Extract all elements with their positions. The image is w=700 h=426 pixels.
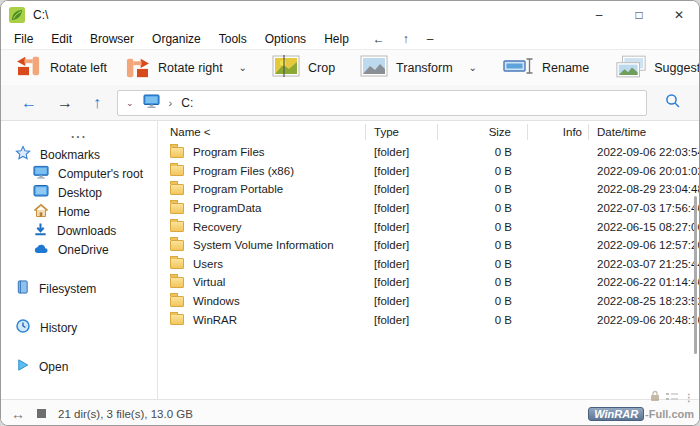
search-button[interactable] bbox=[657, 93, 689, 113]
menu-help[interactable]: Help bbox=[315, 32, 358, 46]
star-icon bbox=[15, 145, 31, 164]
table-row[interactable]: Virtual [folder] 0 B 2022-06-22 01:14:46 bbox=[158, 273, 699, 292]
rotate-right-dropdown-chevron-icon[interactable]: ⌄ bbox=[233, 60, 253, 75]
sidebar-item-onedrive[interactable]: OneDrive bbox=[1, 240, 157, 259]
menu-options[interactable]: Options bbox=[256, 32, 315, 46]
rotate-left-button[interactable]: Rotate left bbox=[9, 52, 113, 83]
rename-button[interactable]: Rename bbox=[497, 54, 595, 81]
dots-icon: ⋮ bbox=[684, 392, 694, 403]
table-row[interactable]: Program Files [folder] 0 B 2022-09-06 22… bbox=[158, 143, 699, 162]
back-arrow-icon[interactable]: ← bbox=[364, 32, 394, 46]
sidebar-item-computers-root[interactable]: Computer's root bbox=[1, 164, 157, 183]
sidebar-overflow-button[interactable]: ... bbox=[1, 127, 157, 145]
sidebar-item-desktop[interactable]: Desktop bbox=[1, 183, 157, 202]
app-logo-icon bbox=[9, 7, 25, 23]
column-header-size[interactable]: Size bbox=[438, 124, 528, 140]
cell-size: 0 B bbox=[438, 239, 528, 251]
desktop-icon bbox=[33, 184, 49, 201]
maximize-button[interactable]: □ bbox=[619, 1, 659, 29]
rotate-left-icon bbox=[15, 55, 43, 80]
rotate-left-label: Rotate left bbox=[50, 61, 107, 75]
minimize-button[interactable]: – bbox=[579, 1, 619, 29]
cell-date: 2022-07-03 17:56:46 bbox=[589, 202, 699, 214]
sidebar-item-filesystem[interactable]: Filesystem bbox=[1, 279, 157, 298]
cell-size: 0 B bbox=[438, 258, 528, 270]
sidebar-item-bookmarks[interactable]: Bookmarks bbox=[1, 145, 157, 164]
toolbar: Rotate left Rotate right ⌄ Crop Transfor… bbox=[1, 49, 699, 85]
home-icon bbox=[33, 203, 49, 221]
cell-size: 0 B bbox=[438, 295, 528, 307]
watermark-suffix: -Full.com bbox=[645, 408, 694, 420]
breadcrumb-dropdown-chevron-icon[interactable]: ⌄ bbox=[126, 98, 134, 108]
search-icon bbox=[665, 93, 681, 113]
table-row[interactable]: Program Portable [folder] 0 B 2022-08-29… bbox=[158, 180, 699, 199]
sidebar-item-label: Filesystem bbox=[39, 282, 96, 296]
status-summary: 21 dir(s), 3 file(s), 13.0 GB bbox=[58, 408, 193, 420]
computer-icon bbox=[143, 94, 160, 112]
cell-type: [folder] bbox=[366, 202, 438, 214]
sidebar-item-downloads[interactable]: Downloads bbox=[1, 221, 157, 240]
sidebar-item-label: Downloads bbox=[57, 224, 116, 238]
menu-tools[interactable]: Tools bbox=[210, 32, 256, 46]
close-button[interactable]: ✕ bbox=[659, 1, 699, 29]
cell-name: Program Portable bbox=[193, 183, 283, 195]
folder-icon bbox=[170, 296, 184, 307]
crop-button[interactable]: Crop bbox=[265, 52, 341, 83]
nav-back-icon[interactable]: ← bbox=[11, 94, 47, 112]
collapse-icon[interactable]: – bbox=[418, 32, 443, 46]
column-header-type[interactable]: Type bbox=[366, 124, 438, 140]
rename-label: Rename bbox=[542, 61, 589, 75]
cell-name: Virtual bbox=[193, 276, 225, 288]
menu-file[interactable]: File bbox=[5, 32, 42, 46]
column-header-name[interactable]: Name < bbox=[158, 124, 366, 140]
transform-dropdown-chevron-icon[interactable]: ⌄ bbox=[463, 60, 483, 75]
table-row[interactable]: Program Files (x86) [folder] 0 B 2022-09… bbox=[158, 162, 699, 181]
table-row[interactable]: Recovery [folder] 0 B 2022-06-15 08:27:0… bbox=[158, 217, 699, 236]
table-row[interactable]: Windows [folder] 0 B 2022-08-25 18:23:52 bbox=[158, 292, 699, 311]
suggest-duplicates-button[interactable]: Suggest possible duplicates bbox=[609, 52, 700, 84]
nav-up-icon[interactable]: ↑ bbox=[83, 94, 111, 112]
cell-type: [folder] bbox=[366, 295, 438, 307]
watermark-badge: WinRAR -Full.com bbox=[588, 407, 694, 421]
column-header-info[interactable]: Info bbox=[528, 124, 589, 140]
cell-type: [folder] bbox=[366, 276, 438, 288]
sidebar-item-home[interactable]: Home bbox=[1, 202, 157, 221]
sidebar-item-history[interactable]: History bbox=[1, 318, 157, 337]
cell-name: ProgramData bbox=[193, 202, 261, 214]
cell-type: [folder] bbox=[366, 314, 438, 326]
breadcrumb-path[interactable]: C: bbox=[181, 96, 193, 110]
cell-date: 2022-09-06 20:48:16 bbox=[589, 314, 699, 326]
cell-type: [folder] bbox=[366, 146, 438, 158]
cell-date: 2022-06-15 08:27:06 bbox=[589, 221, 699, 233]
table-row[interactable]: Users [folder] 0 B 2022-03-07 21:25:44 bbox=[158, 255, 699, 274]
table-row[interactable]: System Volume Information [folder] 0 B 2… bbox=[158, 236, 699, 255]
table-row[interactable]: ProgramData [folder] 0 B 2022-07-03 17:5… bbox=[158, 199, 699, 218]
address-bar: ← → ↑ ⌄ › C: bbox=[1, 85, 699, 121]
cell-size: 0 B bbox=[438, 202, 528, 214]
resize-handle-icon[interactable]: ↔ bbox=[11, 406, 25, 422]
sidebar-item-label: Desktop bbox=[58, 186, 102, 200]
menu-edit[interactable]: Edit bbox=[42, 32, 81, 46]
table-row[interactable]: WinRAR [folder] 0 B 2022-09-06 20:48:16 bbox=[158, 310, 699, 329]
clock-icon bbox=[15, 318, 31, 337]
up-arrow-icon[interactable]: ↑ bbox=[394, 32, 418, 46]
menu-bar: File Edit Browser Organize Tools Options… bbox=[1, 29, 699, 49]
rename-icon bbox=[503, 57, 535, 78]
column-header-date[interactable]: Date/time bbox=[589, 124, 699, 140]
vertical-scrollbar[interactable] bbox=[694, 196, 697, 354]
book-icon bbox=[15, 279, 30, 298]
cell-name: Recovery bbox=[193, 221, 242, 233]
cell-type: [folder] bbox=[366, 239, 438, 251]
transform-button[interactable]: Transform bbox=[353, 52, 459, 83]
window-controls: – □ ✕ bbox=[579, 1, 699, 29]
content-area: ... Bookmarks Computer's root Desktop Ho… bbox=[1, 121, 699, 399]
rotate-right-button[interactable]: Rotate right bbox=[117, 54, 229, 82]
menu-browser[interactable]: Browser bbox=[81, 32, 143, 46]
breadcrumb[interactable]: ⌄ › C: bbox=[117, 90, 647, 116]
nav-forward-icon[interactable]: → bbox=[47, 94, 83, 112]
cell-type: [folder] bbox=[366, 183, 438, 195]
menu-organize[interactable]: Organize bbox=[143, 32, 210, 46]
cell-name: Windows bbox=[193, 295, 240, 307]
sidebar-item-open[interactable]: Open bbox=[1, 357, 157, 376]
cell-name: System Volume Information bbox=[193, 239, 334, 251]
